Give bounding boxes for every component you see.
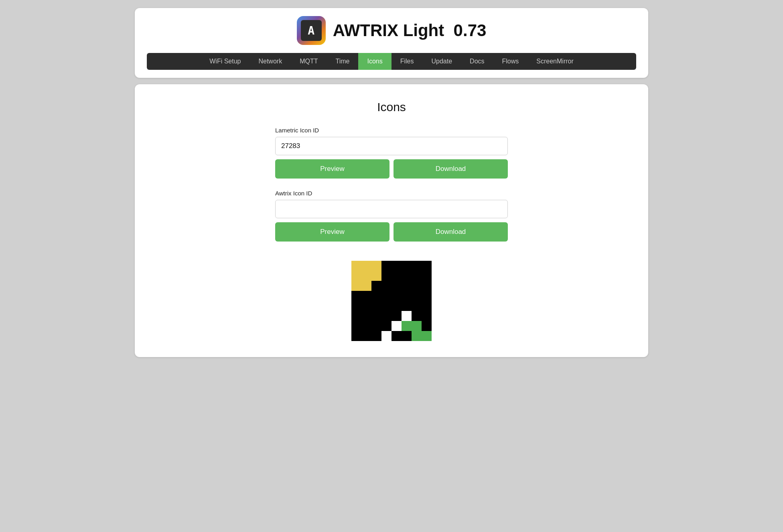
pixel-cell [361,281,371,291]
awtrix-input[interactable] [275,200,508,218]
pixel-cell [392,291,402,301]
pixel-cell [371,321,381,331]
pixel-cell [422,321,432,331]
pixel-cell [392,271,402,281]
lametric-preview-button[interactable]: Preview [275,159,389,179]
pixel-cell [381,281,392,291]
app-title: AWTRIX Light 0.73 [333,21,487,40]
pixel-cell [422,331,432,341]
awtrix-label: Awtrix Icon ID [275,190,508,197]
pixel-cell [381,301,392,311]
nav-item-time[interactable]: Time [327,53,358,70]
lametric-download-button[interactable]: Download [394,159,508,179]
app-icon: A [297,16,326,45]
pixel-cell [412,311,422,321]
pixel-cell [361,311,371,321]
pixel-cell [371,311,381,321]
pixel-cell [422,281,432,291]
lametric-button-row: Preview Download [275,159,508,179]
pixel-cell [371,261,381,271]
pixel-cell [351,321,361,331]
pixel-cell [351,311,361,321]
pixel-cell [392,281,402,291]
pixel-cell [361,261,371,271]
pixel-cell [402,311,412,321]
pixel-cell [351,301,361,311]
app-title-row: A AWTRIX Light 0.73 [147,16,636,45]
pixel-cell [392,311,402,321]
lametric-section: Lametric Icon ID Preview Download [275,127,508,179]
pixel-cell [381,271,392,281]
app-icon-letter: A [308,24,314,37]
pixel-cell [392,331,402,341]
awtrix-button-row: Preview Download [275,222,508,242]
page-title: Icons [377,100,406,114]
pixel-cell [402,291,412,301]
pixel-cell [402,271,412,281]
pixel-cell [392,301,402,311]
nav-item-network[interactable]: Network [250,53,291,70]
nav-item-update[interactable]: Update [422,53,461,70]
pixel-cell [381,291,392,301]
awtrix-preview-button[interactable]: Preview [275,222,389,242]
pixel-cell [351,261,361,271]
pixel-cell [422,311,432,321]
pixel-cell [371,271,381,281]
pixel-cell [422,301,432,311]
nav-item-icons[interactable]: Icons [358,53,391,70]
pixel-cell [361,301,371,311]
pixel-cell [422,271,432,281]
awtrix-section: Awtrix Icon ID Preview Download [275,190,508,242]
pixel-cell [381,331,392,341]
pixel-cell [371,331,381,341]
pixel-cell [412,321,422,331]
pixel-cell [381,261,392,271]
pixel-cell [412,331,422,341]
pixel-cell [412,291,422,301]
pixel-cell [422,261,432,271]
pixel-cell [392,261,402,271]
app-icon-inner: A [301,20,322,41]
pixel-cell [422,291,432,301]
pixel-cell [402,301,412,311]
pixel-art-grid [351,261,432,341]
main-card: Icons Lametric Icon ID Preview Download … [135,84,648,357]
pixel-cell [412,271,422,281]
nav-item-files[interactable]: Files [392,53,423,70]
pixel-cell [361,271,371,281]
pixel-cell [402,281,412,291]
lametric-label: Lametric Icon ID [275,127,508,134]
pixel-cell [412,301,422,311]
pixel-cell [371,281,381,291]
pixel-cell [402,261,412,271]
pixel-cell [381,321,392,331]
pixel-cell [351,291,361,301]
nav-item-screenmirror[interactable]: ScreenMirror [527,53,582,70]
awtrix-download-button[interactable]: Download [394,222,508,242]
pixel-cell [371,301,381,311]
header-card: A AWTRIX Light 0.73 WiFi Setup Network M… [135,8,648,78]
pixel-cell [412,261,422,271]
pixel-cell [361,321,371,331]
pixel-cell [412,281,422,291]
pixel-cell [402,321,412,331]
pixel-cell [361,291,371,301]
pixel-cell [381,311,392,321]
nav-item-flows[interactable]: Flows [493,53,528,70]
nav-item-docs[interactable]: Docs [461,53,493,70]
nav-bar: WiFi Setup Network MQTT Time Icons Files… [147,53,636,70]
nav-item-mqtt[interactable]: MQTT [291,53,327,70]
lametric-input[interactable] [275,137,508,155]
pixel-cell [351,281,361,291]
pixel-cell [351,331,361,341]
pixel-cell [392,321,402,331]
pixel-cell [371,291,381,301]
pixel-cell [351,271,361,281]
icon-preview-area [351,261,432,341]
pixel-cell [361,331,371,341]
pixel-cell [402,331,412,341]
nav-item-wifi-setup[interactable]: WiFi Setup [201,53,250,70]
